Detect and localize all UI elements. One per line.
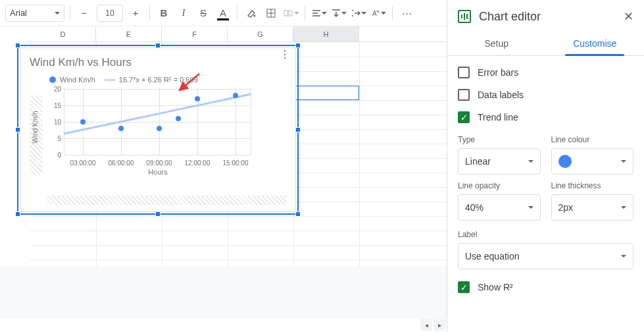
text-color-button[interactable]: A bbox=[214, 5, 232, 22]
scroll-controls: ◂ ▸ bbox=[419, 318, 447, 332]
svg-rect-4 bbox=[284, 11, 287, 16]
fill-color-button[interactable] bbox=[243, 5, 260, 22]
rotate-text-button[interactable]: A bbox=[370, 5, 387, 22]
scroll-left-button[interactable]: ◂ bbox=[420, 319, 432, 331]
chart-plot: 0 5 10 15 20 03:00:00 06:00:00 09:00:00 … bbox=[47, 88, 251, 167]
legend-equation: 16.7*x + 6.26 R² = 0.699 bbox=[119, 76, 198, 84]
chevron-down-icon bbox=[528, 160, 533, 163]
sheet-void bbox=[0, 266, 447, 319]
chevron-down-icon bbox=[621, 206, 626, 209]
dropdown-line-opacity[interactable]: 40% bbox=[458, 194, 541, 221]
font-size-input[interactable]: 10 bbox=[97, 5, 123, 22]
data-point bbox=[195, 96, 200, 101]
svg-point-0 bbox=[254, 14, 256, 16]
col-header[interactable]: F bbox=[162, 26, 228, 42]
legend-trend-icon bbox=[105, 79, 115, 81]
legend-label: Wind Km/h bbox=[60, 76, 95, 84]
svg-text:A: A bbox=[372, 10, 377, 17]
wrap-button[interactable] bbox=[350, 5, 367, 22]
scroll-right-button[interactable]: ▸ bbox=[433, 319, 445, 331]
data-point bbox=[233, 93, 238, 98]
svg-rect-5 bbox=[289, 11, 292, 16]
chart-legend: Wind Km/h 16.7*x + 6.26 R² = 0.699 bbox=[49, 76, 286, 84]
bold-button[interactable]: B bbox=[155, 5, 172, 22]
font-size-inc[interactable]: + bbox=[127, 5, 144, 22]
chart[interactable]: Wind Km/h vs Hours ⋮ Wind Km/h 16.7*x + … bbox=[20, 47, 296, 212]
chart-editor-panel: Chart editor ✕ Setup Customise Error bar… bbox=[447, 0, 644, 332]
col-header[interactable]: G bbox=[228, 26, 293, 42]
chevron-down-icon bbox=[528, 206, 533, 209]
col-header[interactable]: H bbox=[293, 26, 359, 42]
dropdown-line-colour[interactable] bbox=[551, 148, 634, 175]
borders-button[interactable] bbox=[262, 5, 280, 22]
font-select[interactable]: Arial bbox=[5, 5, 64, 22]
more-button[interactable]: ⋯ bbox=[398, 5, 415, 22]
editor-tabs: Setup Customise bbox=[447, 30, 644, 56]
strike-button[interactable]: S bbox=[195, 5, 212, 22]
font-size-dec[interactable]: − bbox=[76, 5, 93, 22]
active-cell[interactable] bbox=[293, 86, 359, 100]
data-point bbox=[118, 126, 124, 131]
merge-button[interactable] bbox=[282, 5, 299, 22]
chevron-down-icon bbox=[621, 160, 626, 163]
grid[interactable]: Wind Km/h vs Hours ⋮ Wind Km/h 16.7*x + … bbox=[30, 42, 447, 266]
panel-title: Chart editor bbox=[479, 10, 624, 24]
checkbox-error-bars[interactable]: Error bars bbox=[458, 61, 633, 84]
col-header[interactable]: E bbox=[96, 26, 162, 42]
x-axis-label: Hours bbox=[30, 168, 286, 176]
data-point bbox=[157, 126, 162, 131]
dropdown-label[interactable]: Use equation bbox=[458, 243, 633, 269]
checkbox-show-r2[interactable]: ✓Show R² bbox=[458, 276, 633, 298]
col-header[interactable]: D bbox=[30, 26, 96, 42]
label-label: Label bbox=[458, 230, 633, 239]
tab-setup[interactable]: Setup bbox=[447, 30, 546, 55]
data-point bbox=[80, 119, 86, 124]
checkbox-data-labels[interactable]: Data labels bbox=[458, 84, 633, 106]
valign-button[interactable] bbox=[330, 5, 347, 22]
x-axis-hatch bbox=[47, 196, 286, 205]
column-headers: D E F G H bbox=[30, 26, 447, 42]
checkbox-trend-line[interactable]: ✓Trend line bbox=[458, 106, 633, 128]
chart-icon bbox=[458, 10, 471, 23]
tab-customise[interactable]: Customise bbox=[546, 30, 645, 55]
chart-menu-icon[interactable]: ⋮ bbox=[280, 53, 290, 56]
chevron-down-icon bbox=[55, 12, 60, 14]
label-line-thickness: Line thickness bbox=[551, 181, 634, 190]
label-line-colour: Line colour bbox=[551, 135, 634, 144]
data-point bbox=[176, 116, 181, 121]
font-name: Arial bbox=[10, 8, 27, 18]
halign-button[interactable] bbox=[310, 5, 328, 22]
chevron-down-icon bbox=[621, 255, 626, 258]
label-line-opacity: Line opacity bbox=[458, 181, 541, 190]
dropdown-type[interactable]: Linear bbox=[458, 148, 541, 175]
italic-button[interactable]: I bbox=[175, 5, 192, 22]
colour-swatch bbox=[558, 155, 572, 168]
y-axis-label: Wind Km/h bbox=[32, 111, 39, 144]
legend-dot-icon bbox=[49, 76, 56, 83]
dropdown-line-thickness[interactable]: 2px bbox=[551, 194, 634, 221]
chart-title: Wind Km/h vs Hours bbox=[30, 56, 286, 69]
close-icon[interactable]: ✕ bbox=[624, 9, 633, 24]
label-type: Type bbox=[458, 135, 541, 144]
